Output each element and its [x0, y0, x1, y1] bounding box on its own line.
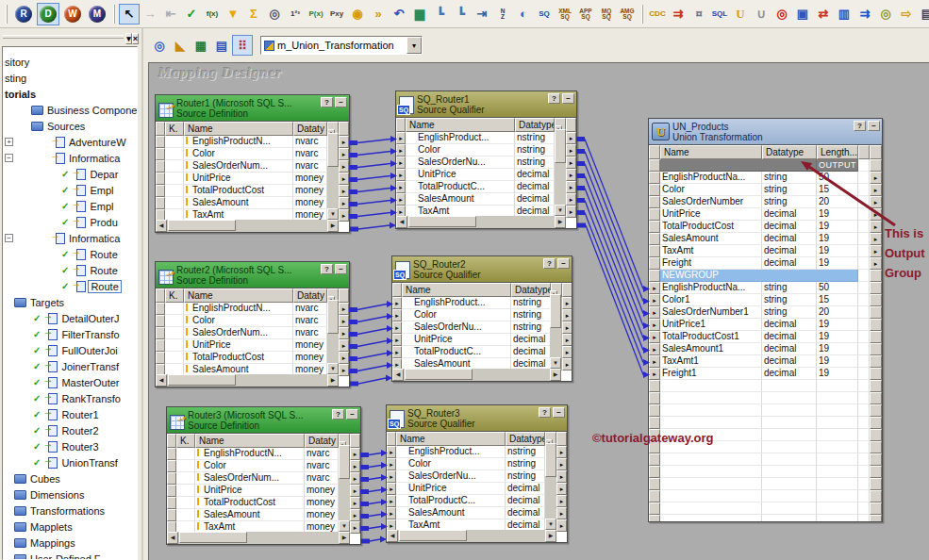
port-cell[interactable]: ▸ — [387, 446, 396, 458]
port-cell[interactable]: ▸ — [350, 448, 360, 460]
port-cell[interactable] — [870, 355, 882, 368]
port-cell[interactable] — [156, 315, 165, 327]
scrollbar-thumb[interactable] — [339, 445, 350, 479]
seal-icon[interactable]: ◎ — [875, 4, 896, 25]
scroll-left-button[interactable]: ◀ — [156, 220, 167, 232]
field-row-salesordernum-[interactable]: SalesOrderNum...nvarc▸ — [167, 472, 360, 485]
port-cell[interactable] — [167, 497, 176, 509]
field-row-totalproductcost1[interactable]: ▸TotalProductCost1decimal19 — [649, 331, 882, 343]
port-cell[interactable]: ▸ — [339, 327, 349, 339]
tree-item-router3[interactable]: ✓Router3 — [3, 438, 137, 454]
repository-manager-button[interactable]: R — [12, 3, 35, 25]
group-header-row-newgroup[interactable]: NEWGROUP — [649, 270, 882, 282]
port-cell[interactable]: ▸ — [339, 209, 349, 222]
port-cell[interactable]: ▸ — [649, 282, 660, 294]
field-row-freight[interactable]: Freightdecimal19▸ — [649, 257, 882, 270]
port-cell[interactable]: ▸ — [396, 144, 406, 156]
scrollbar-thumb[interactable] — [545, 443, 556, 477]
lookup-icon[interactable]: ◎ — [264, 4, 285, 25]
scrollbar-track[interactable] — [178, 532, 339, 544]
mapping-selector[interactable]: m_Union_Transformation ▾ — [260, 36, 423, 55]
port-cell[interactable]: ▸ — [870, 196, 882, 208]
scroll-down-button[interactable]: ▼ — [327, 363, 339, 374]
help-button[interactable]: ? — [548, 93, 560, 104]
port-cell[interactable]: ▸ — [870, 233, 882, 245]
port-cell[interactable]: ▸ — [649, 306, 660, 319]
field-row-salesamount[interactable]: SalesAmountdecimal19▸ — [649, 233, 882, 245]
port-cell[interactable]: ▸ — [350, 521, 360, 534]
field-row-salesordernu-[interactable]: ▸SalesOrderNu...nstring▸ — [392, 321, 572, 334]
sq_router1-transformation[interactable]: SQ_Router1Source Qualifier?−NameDatatype… — [395, 91, 577, 229]
tree-item-joinertransf[interactable]: ✓JoinerTransf — [3, 358, 137, 374]
field-row-englishproductna-[interactable]: ▸EnglishProductNa...string50 — [649, 282, 882, 294]
router-icon[interactable]: ◉ — [347, 4, 368, 25]
scrollbar-thumb[interactable] — [327, 133, 339, 167]
port-cell[interactable] — [649, 233, 660, 245]
port-cell[interactable] — [870, 368, 882, 380]
designer-button[interactable]: D — [37, 3, 59, 25]
port-cell[interactable] — [870, 343, 882, 355]
tree-item-mappings[interactable]: Mappings — [3, 535, 137, 551]
port-cell[interactable]: ▸ — [339, 160, 349, 173]
horizontal-scrollbar[interactable]: ◀▶ — [387, 530, 556, 542]
help-button[interactable]: ? — [321, 264, 333, 274]
tree-item-produ[interactable]: ✓Produ — [3, 214, 137, 230]
tree-expander-icon[interactable]: − — [5, 234, 13, 242]
scroll-left-button[interactable]: ◀ — [396, 216, 407, 228]
chart-axis-icon[interactable]: ┗ — [430, 4, 451, 25]
field-row-color[interactable]: Colornvarc▸ — [167, 460, 360, 472]
globe-icon[interactable]: ◐ — [513, 4, 534, 25]
tree-item-sting[interactable]: sting — [3, 70, 137, 86]
port-cell[interactable]: ▸ — [387, 470, 396, 483]
scroll-down-button[interactable]: ▼ — [545, 519, 556, 530]
panel-menu-button[interactable]: ▾ — [125, 33, 132, 44]
port-cell[interactable]: ▸ — [562, 334, 572, 346]
field-row-totalproductc-[interactable]: ▸TotalProductC...decimal▸ — [387, 495, 567, 507]
field-row-color1[interactable]: ▸Color1string15 — [649, 294, 882, 306]
field-row-unitprice[interactable]: UnitPricemoney▸ — [156, 173, 349, 185]
port-cell[interactable]: ▸ — [350, 460, 360, 472]
scrollbar-thumb[interactable] — [408, 216, 476, 227]
tree-item-uniontransf[interactable]: ✓UnionTransf — [3, 454, 137, 470]
port-cell[interactable]: ▸ — [556, 495, 567, 507]
horizontal-scrollbar[interactable]: ◀▶ — [156, 374, 339, 387]
field-row-taxamt[interactable]: TaxAmtdecimal19▸ — [649, 245, 882, 257]
select-tool-icon[interactable]: ↖ — [119, 4, 140, 25]
amg-sq-icon[interactable]: AMGSQ — [617, 4, 638, 25]
group-header-row-output[interactable]: OUTPUT — [649, 159, 882, 172]
xml-sq-icon[interactable]: XMLSQ — [555, 4, 575, 25]
port-cell[interactable]: ▸ — [870, 184, 882, 196]
field-row-salesordernum-[interactable]: SalesOrderNum...nvarc▸ — [156, 327, 349, 339]
port-cell[interactable] — [649, 208, 660, 221]
minimize-button[interactable]: − — [562, 93, 574, 104]
port-cell[interactable]: ▸ — [387, 458, 396, 470]
port-cell[interactable]: ▸ — [649, 368, 660, 380]
port-cell[interactable]: ▸ — [339, 315, 349, 327]
vertical-scrollbar[interactable]: ▲▼ — [555, 118, 566, 216]
combo-dropdown-button[interactable]: ▾ — [406, 37, 422, 54]
joiner-icon[interactable]: » — [368, 4, 389, 25]
field-row-totalproductcost[interactable]: TotalProductCostmoney▸ — [156, 185, 349, 197]
scroll-right-button[interactable]: ▶ — [327, 220, 339, 232]
field-row-englishproduct-[interactable]: ▸EnglishProduct...nstring▸ — [396, 132, 576, 144]
port-cell[interactable]: ▸ — [566, 206, 576, 218]
port-cell[interactable] — [156, 136, 165, 148]
field-row-englishproduct-[interactable]: ▸EnglishProduct...nstring▸ — [387, 446, 567, 458]
transformation-titlebar[interactable]: Router3 (Microsoft SQL S...Source Defini… — [167, 407, 360, 434]
port-cell[interactable]: ▸ — [350, 509, 360, 521]
field-row-salesordernu-[interactable]: ▸SalesOrderNu...nstring▸ — [387, 470, 567, 483]
documents-icon[interactable]: ▥ — [834, 4, 854, 25]
scroll-down-button[interactable]: ▼ — [555, 205, 566, 216]
port-cell[interactable]: ▸ — [562, 297, 572, 309]
gear-icon[interactable]: ¤ — [688, 4, 709, 25]
field-row-englishproductn-[interactable]: EnglishProductN...nvarc▸ — [156, 303, 349, 315]
port-cell[interactable] — [649, 172, 660, 184]
vertical-scrollbar[interactable]: ▲▼ — [327, 288, 339, 374]
help-button[interactable]: ? — [332, 409, 344, 420]
gray-arrow-block-icon[interactable]: ⇤ — [160, 4, 181, 25]
sq_router3-transformation[interactable]: SQ_Router3Source Qualifier?−NameDatatype… — [386, 404, 568, 543]
help-button[interactable]: ? — [539, 407, 551, 418]
port-cell[interactable]: ▸ — [566, 169, 576, 181]
scrollbar-track[interactable] — [407, 216, 555, 228]
scrollbar-track[interactable] — [167, 374, 327, 387]
